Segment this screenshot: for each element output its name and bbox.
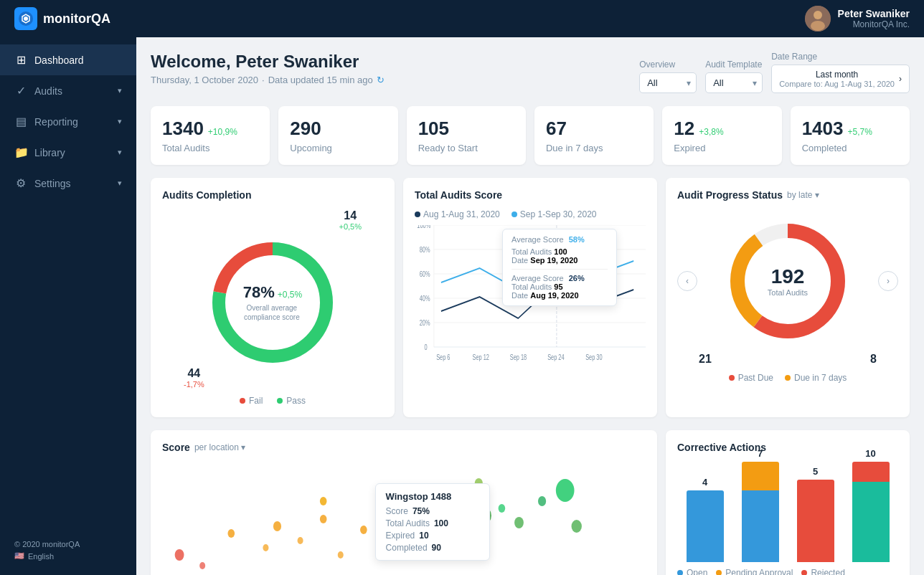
user-name: Peter Swaniker [838, 8, 910, 19]
progress-side-nums: 21 8 [677, 353, 898, 366]
progress-donut: 192 Total Audits [723, 217, 852, 346]
location-filter[interactable]: per location ▾ [194, 442, 245, 452]
audits-icon: ✓ [14, 84, 27, 98]
bar-segment-open [742, 490, 779, 562]
audit-template-select[interactable]: All [705, 72, 763, 93]
sidebar-item-audits[interactable]: ✓ Audits ▾ [0, 75, 136, 106]
svg-point-55 [571, 520, 581, 533]
content-header: Welcome, Peter Swaniker Thursday, 1 Octo… [151, 52, 910, 93]
corrective-actions-card: Corrective Actions 4 7 [666, 430, 910, 575]
svg-point-38 [298, 537, 303, 544]
bar-stack-4 [852, 462, 890, 562]
donut-legend: Fail Pass [162, 396, 383, 406]
tooltip-score-row: Score 75% [386, 506, 479, 516]
overview-select[interactable]: All [639, 72, 697, 93]
language-selector[interactable]: 🇺🇸 English [14, 551, 122, 561]
bar-segment-rejected [797, 480, 834, 562]
avatar [805, 6, 831, 32]
sidebar-item-dashboard[interactable]: ⊞ Dashboard [0, 44, 136, 75]
dashboard-icon: ⊞ [14, 53, 27, 67]
svg-text:20%: 20% [420, 319, 430, 328]
next-button[interactable]: › [878, 271, 898, 291]
progress-donut-area: ‹ 192 Total Audits [677, 209, 898, 353]
audit-template-select-wrapper: All [705, 72, 763, 93]
overview-filter: Overview All [639, 60, 697, 93]
reporting-icon: ▤ [14, 115, 27, 128]
bar-group-4: 10 [850, 448, 891, 562]
welcome-section: Welcome, Peter Swaniker Thursday, 1 Octo… [151, 52, 385, 85]
bar-group-3: 5 [795, 466, 836, 562]
bar-segment-approved [852, 482, 890, 562]
total-audits-score-card: Total Audits Score Aug 1-Aug 31, 2020 Se… [403, 178, 657, 417]
brand: monitorQA [14, 7, 110, 30]
stat-card-completed: 1403 +5,7% Completed [791, 106, 910, 165]
svg-point-39 [320, 515, 327, 523]
user-profile[interactable]: Peter Swaniker MonitorQA Inc. [805, 6, 910, 32]
sidebar: ⊞ Dashboard ✓ Audits ▾ ▤ Reporting ▾ 📁 L… [0, 37, 136, 575]
line-chart-tooltip: Average Score 58% Total Audits 100 Date … [502, 229, 617, 306]
svg-point-43 [320, 497, 327, 505]
chevron-down-icon: ▾ [118, 179, 122, 188]
legend-pending: Pending Approval [716, 568, 793, 575]
copyright-text: © 2020 monitorQA [14, 540, 122, 548]
welcome-subtitle: Thursday, 1 October 2020 · Data updated … [151, 75, 385, 85]
svg-point-4 [811, 21, 825, 31]
date-range-button[interactable]: Last month Compare to: Aug 1-Aug 31, 202… [771, 65, 910, 93]
score-per-location-card: Score per location ▾ [151, 430, 657, 575]
stat-cards: 1340 +10,9% Total Audits 290 Upcoming 10… [151, 106, 910, 165]
charts-row-2: Score per location ▾ [151, 430, 910, 575]
tooltip-completed-row: Completed 90 [386, 543, 479, 553]
svg-point-33 [175, 549, 184, 561]
welcome-title: Welcome, Peter Swaniker [151, 52, 385, 72]
refresh-icon[interactable]: ↻ [377, 75, 385, 85]
svg-point-53 [538, 496, 546, 506]
sidebar-item-settings[interactable]: ⚙ Settings ▾ [0, 168, 136, 199]
bar-segment-open [687, 490, 724, 562]
stat-card-due-7-days: 67 Due in 7 days [534, 106, 654, 165]
svg-point-34 [199, 562, 205, 569]
brand-logo [14, 7, 37, 30]
svg-text:Sep 6: Sep 6 [436, 353, 450, 362]
legend-due-7: Due in 7 days [785, 373, 847, 383]
app-body: ⊞ Dashboard ✓ Audits ▾ ▤ Reporting ▾ 📁 L… [0, 37, 924, 575]
stat-card-upcoming: 290 Upcoming [278, 106, 397, 165]
library-icon: 📁 [14, 146, 27, 159]
score-per-location-title: Score per location ▾ [162, 442, 646, 453]
donut-chart: 78% +0,5% Overall average compliance sco… [162, 231, 383, 374]
progress-filter[interactable]: by late ▾ [787, 190, 819, 200]
bar-group-1: 4 [684, 477, 725, 562]
audit-progress-card: Audit Progress Status by late ▾ ‹ [666, 178, 910, 417]
scatter-chart: 0% 10% 20% 30% 40% 50% 60% 70% 80% 90% 1… [162, 462, 646, 575]
prev-button[interactable]: ‹ [677, 271, 697, 291]
svg-point-51 [499, 504, 506, 513]
svg-text:Sep 24: Sep 24 [547, 353, 564, 362]
svg-point-36 [263, 544, 268, 551]
tooltip-total-row: Total Audits 100 [386, 518, 479, 528]
bar-segment-pending [742, 462, 779, 490]
tooltip-expired-row: Expired 10 [386, 531, 479, 541]
corrective-legend: Open Pending Approval Rejected Approved [677, 568, 898, 575]
svg-point-35 [227, 529, 235, 538]
total-audits-score-title: Total Audits Score [415, 189, 646, 201]
charts-row-1: Audits Completion 14 +0,5% [151, 178, 910, 417]
sidebar-item-reporting[interactable]: ▤ Reporting ▾ [0, 106, 136, 137]
user-company: MonitorQA Inc. [838, 19, 910, 29]
progress-legend: Past Due Due in 7 days [677, 373, 898, 383]
sidebar-item-library[interactable]: 📁 Library ▾ [0, 137, 136, 168]
line-chart-legend: Aug 1-Aug 31, 2020 Sep 1-Sep 30, 2020 [415, 209, 646, 219]
bar-segment-rejected [852, 462, 890, 482]
svg-text:Sep 30: Sep 30 [585, 353, 602, 362]
bar-stack-2 [742, 462, 779, 562]
bar-chart: 4 7 5 [677, 462, 898, 562]
svg-point-40 [338, 551, 344, 559]
svg-text:100%: 100% [417, 225, 430, 229]
sidebar-footer: © 2020 monitorQA 🇺🇸 English [0, 533, 136, 568]
svg-text:40%: 40% [420, 295, 430, 303]
legend-pass: Pass [277, 396, 306, 406]
audits-completion-title: Audits Completion [162, 189, 383, 201]
date-range-filter: Date Range Last month Compare to: Aug 1-… [771, 52, 910, 93]
legend-rejected: Rejected [801, 568, 844, 575]
svg-text:0: 0 [424, 343, 427, 352]
line-chart-container: 100% 80% 60% 40% 20% 0 S [415, 225, 646, 369]
stat-card-ready-to-start: 105 Ready to Start [407, 106, 526, 165]
